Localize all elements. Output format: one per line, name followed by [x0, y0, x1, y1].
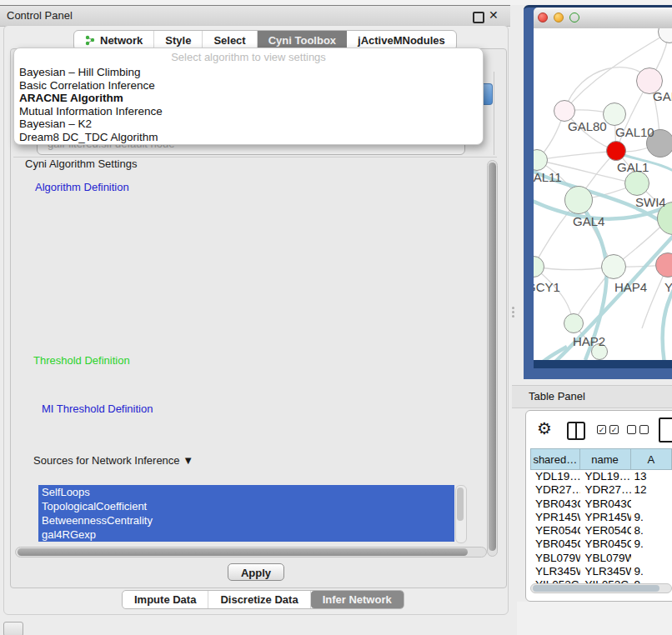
table-cell: YDR27…: [530, 483, 580, 497]
table-row[interactable]: YER054CYER054C8.: [530, 524, 672, 538]
attribute-item-selected[interactable]: SelfLoops: [38, 485, 454, 499]
column-header-name[interactable]: name: [580, 448, 631, 470]
settings-horizontal-scrollbar[interactable]: [15, 547, 487, 558]
node-salmon[interactable]: [655, 252, 672, 278]
tab-cyni-toolbox-label: Cyni Toolbox: [268, 34, 336, 47]
table-cell: YDL19…: [580, 470, 631, 483]
tab-select-label: Select: [213, 34, 245, 47]
tab-discretize-data-label: Discretize Data: [220, 593, 298, 606]
tab-infer-network-label: Infer Network: [323, 593, 392, 606]
bottom-right-area: [517, 602, 672, 635]
tab-infer-network[interactable]: Infer Network: [311, 591, 404, 608]
table-cell: YPR145W: [530, 511, 580, 524]
bottom-left-mini-button[interactable]: [3, 622, 23, 635]
table-cell: 9.: [631, 538, 672, 551]
table-cell: YBR045C: [530, 538, 580, 551]
table-cell: YLR345W: [530, 565, 580, 578]
table-cell: 9.: [631, 511, 672, 524]
table-cell: YBR043C: [580, 498, 631, 511]
tab-jactivemnodules-label: jActiveMNodules: [358, 34, 445, 47]
deselect-checkboxes-icon[interactable]: [627, 425, 649, 434]
table-row[interactable]: YDL19…YDL19…13: [530, 470, 672, 483]
select-all-checkboxes-icon[interactable]: ✓✓: [597, 425, 619, 434]
table-cell: YBL079W: [580, 552, 631, 565]
network-icon: [85, 35, 96, 46]
settings-vertical-scrollbar[interactable]: [487, 160, 498, 557]
node-gal4[interactable]: [564, 186, 593, 214]
table-cell: 12: [631, 483, 672, 497]
groupbox-edge-fragment: [494, 72, 494, 155]
table-header-row: shared… name A: [530, 448, 672, 470]
tab-style-label: Style: [165, 34, 191, 47]
table-panel-titlebar: Table Panel: [512, 385, 672, 408]
table-row[interactable]: YDR27…YDR27…12: [530, 483, 672, 497]
node-table[interactable]: shared… name A YDL19…YDL19…13YDR27…YDR27…: [530, 448, 672, 590]
algorithm-option[interactable]: ARACNE Algorithm: [19, 92, 478, 105]
page-icon[interactable]: [659, 418, 672, 442]
close-traffic-light-icon[interactable]: [538, 12, 548, 22]
table-row[interactable]: YBR045CYBR045C9.: [530, 538, 672, 551]
node-label: SWI4: [635, 195, 666, 209]
node-label: GAL: [653, 89, 672, 103]
network-window-titlebar[interactable]: [534, 8, 672, 29]
tab-impute-data[interactable]: Impute Data: [123, 591, 208, 608]
node-red-selected[interactable]: [606, 141, 626, 161]
minimize-traffic-light-icon[interactable]: [554, 12, 564, 22]
table-cell: YER054C: [530, 524, 580, 538]
algorithm-definition-legend: Algorithm Definition: [32, 181, 133, 193]
zoom-traffic-light-icon[interactable]: [569, 12, 579, 22]
settings-gear-icon[interactable]: ⚙: [537, 418, 552, 438]
node-hap4[interactable]: [601, 254, 626, 279]
table-cell: YDL19…: [530, 470, 580, 483]
network-nodes: GALGAL80GAL10GAL1GAL11SWI4GAL4GCY1HAP4YH…: [534, 28, 672, 360]
node-partial-top[interactable]: [658, 28, 672, 43]
apply-button[interactable]: Apply: [228, 563, 284, 581]
table-body: YDL19…YDL19…13YDR27…YDR27…12YBR043CYBR04…: [530, 470, 672, 590]
data-attributes-list[interactable]: SelfLoopsTopologicalCoefficientBetweenne…: [38, 485, 454, 542]
node-hap2[interactable]: [564, 313, 584, 333]
column-header-partial[interactable]: A: [631, 448, 672, 470]
table-cell: YLR345W: [580, 565, 631, 578]
table-cell: YBR045C: [580, 538, 631, 551]
node-label: GAL80: [568, 119, 607, 133]
sources-legend: Sources for Network Inference ▼: [30, 454, 197, 467]
algorithm-option[interactable]: Mutual Information Inference: [19, 105, 478, 118]
cyni-settings-legend: Cyni Algorithm Settings: [22, 158, 140, 170]
table-row[interactable]: YBL079WYBL079W: [530, 552, 672, 565]
close-icon[interactable]: ✕: [489, 8, 499, 22]
algorithm-option[interactable]: Bayesian – K2: [19, 118, 478, 131]
table-cell: [631, 498, 672, 511]
panel-splitter-handle[interactable]: [510, 305, 515, 317]
table-horizontal-scrollbar[interactable]: [530, 583, 672, 593]
algorithm-option[interactable]: Basic Correlation Inference: [19, 79, 478, 92]
node-label: HAP2: [573, 334, 605, 348]
node-label: GAL10: [615, 125, 654, 139]
algorithm-option[interactable]: Bayesian – Hill Climbing: [19, 66, 478, 79]
attribute-item-selected[interactable]: gal4RGexp: [38, 528, 454, 542]
table-cell: YBL079W: [530, 552, 580, 565]
column-header-shared-name[interactable]: shared…: [530, 448, 580, 470]
table-row[interactable]: YPR145WYPR145W9.: [530, 511, 672, 524]
attributes-scrollbar[interactable]: [455, 485, 467, 543]
attribute-item-selected[interactable]: BetweennessCentrality: [38, 513, 454, 528]
attribute-item-selected[interactable]: TopologicalCoefficient: [38, 499, 454, 513]
split-columns-icon[interactable]: [567, 422, 585, 440]
table-cell: 9.: [631, 565, 672, 578]
float-window-icon[interactable]: [473, 12, 484, 23]
table-cell: YBR043C: [530, 498, 580, 511]
collapse-arrow-icon[interactable]: ▼: [183, 454, 193, 467]
node-gal11[interactable]: [534, 149, 548, 171]
table-row[interactable]: YBR043CYBR043C: [530, 498, 672, 511]
sources-title: Sources for Network Inference: [33, 454, 180, 467]
control-panel-titlebar: Control Panel ✕: [0, 5, 510, 27]
node-gcy1[interactable]: [534, 256, 544, 278]
table-cell: 8.: [631, 524, 672, 538]
node-label: GAL4: [573, 214, 604, 228]
tab-discretize-data[interactable]: Discretize Data: [208, 591, 310, 608]
algorithm-option[interactable]: Dream8 DC_TDC Algorithm: [19, 131, 478, 144]
table-cell: [631, 552, 672, 565]
table-row[interactable]: YLR345WYLR345W9.: [530, 565, 672, 578]
table-cell: YER054C: [580, 524, 631, 538]
node-gal1[interactable]: [624, 171, 649, 196]
network-canvas[interactable]: GALGAL80GAL10GAL1GAL11SWI4GAL4GCY1HAP4YH…: [534, 28, 672, 360]
